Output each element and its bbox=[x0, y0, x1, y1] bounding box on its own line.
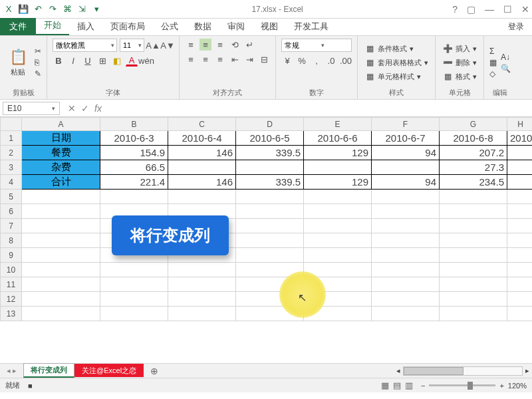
cell[interactable] bbox=[440, 263, 507, 277]
column-headers[interactable]: A B C D E F G H bbox=[1, 118, 533, 131]
save-icon[interactable]: 💾 bbox=[17, 3, 29, 15]
cell[interactable] bbox=[507, 248, 533, 263]
cell[interactable] bbox=[236, 160, 304, 175]
cell[interactable]: 杂费 bbox=[22, 160, 100, 175]
cancel-formula-icon[interactable]: ✕ bbox=[68, 103, 76, 114]
grid-row[interactable]: 4合计221.4146339.512994234.5 bbox=[1, 175, 533, 190]
cell[interactable] bbox=[440, 190, 507, 204]
cell[interactable]: 339.5 bbox=[236, 146, 304, 160]
format-painter-icon[interactable]: ✎ bbox=[35, 69, 41, 78]
cell[interactable] bbox=[22, 204, 100, 219]
cell[interactable] bbox=[168, 263, 236, 277]
cell[interactable] bbox=[304, 219, 372, 233]
cell[interactable] bbox=[22, 248, 100, 263]
wrap-text-icon[interactable]: ↵ bbox=[243, 39, 255, 51]
cell[interactable] bbox=[372, 204, 440, 219]
name-box[interactable]: E10 ▾ bbox=[3, 102, 60, 115]
italic-button[interactable]: I bbox=[67, 55, 79, 66]
zoom-level[interactable]: 120% bbox=[508, 382, 527, 390]
decrease-decimal-icon[interactable]: .00 bbox=[340, 55, 352, 66]
chevron-down-icon[interactable]: ▾ bbox=[52, 105, 55, 112]
cell[interactable] bbox=[168, 160, 236, 175]
font-color-icon[interactable]: A bbox=[126, 55, 138, 66]
align-left-icon[interactable]: ≡ bbox=[185, 53, 197, 65]
row-head[interactable]: 10 bbox=[1, 263, 22, 277]
cell[interactable] bbox=[507, 175, 533, 190]
fill-icon[interactable]: ▦ bbox=[489, 58, 497, 67]
cell[interactable]: 146 bbox=[168, 175, 236, 190]
file-tab[interactable]: 文件 bbox=[0, 18, 36, 35]
spreadsheet-grid[interactable]: A B C D E F G H 1日期2010-6-32010-6-42010-… bbox=[0, 117, 532, 321]
grid-row[interactable]: 2餐费154.9146339.512994207.2 bbox=[1, 146, 533, 160]
cell-styles-button[interactable]: ▦单元格样式 ▾ bbox=[363, 70, 430, 82]
cell[interactable] bbox=[100, 277, 168, 292]
tab-developer[interactable]: 开发工具 bbox=[286, 18, 336, 35]
cell[interactable]: 94 bbox=[372, 175, 440, 190]
increase-indent-icon[interactable]: ⇥ bbox=[243, 53, 255, 65]
cell[interactable] bbox=[440, 219, 507, 233]
grid-row[interactable]: 12 bbox=[1, 292, 533, 307]
ribbon-toggle-icon[interactable]: ▢ bbox=[467, 4, 475, 15]
cell[interactable]: 94 bbox=[372, 146, 440, 160]
normal-view-icon[interactable]: ▦ bbox=[381, 380, 389, 390]
cell[interactable]: 2010-6-4 bbox=[168, 131, 236, 146]
cell[interactable] bbox=[507, 146, 533, 160]
tab-insert[interactable]: 插入 bbox=[69, 18, 102, 35]
cell[interactable] bbox=[304, 204, 372, 219]
align-right-icon[interactable]: ≡ bbox=[214, 53, 226, 65]
cell[interactable] bbox=[22, 219, 100, 233]
grid-row[interactable]: 10 bbox=[1, 263, 533, 277]
cell[interactable]: 2010-6-5 bbox=[236, 131, 304, 146]
col-head-D[interactable]: D bbox=[236, 118, 304, 131]
cell[interactable] bbox=[100, 263, 168, 277]
scroll-right-icon[interactable]: ▸ bbox=[525, 366, 529, 375]
sheet-tab-1[interactable]: 将行变成列 bbox=[23, 363, 74, 378]
paste-button[interactable]: 📋 粘贴 bbox=[5, 39, 31, 86]
comma-icon[interactable]: , bbox=[311, 55, 323, 66]
cell[interactable]: 146 bbox=[168, 146, 236, 160]
font-name-input[interactable] bbox=[53, 41, 109, 49]
grid-row[interactable]: 6 bbox=[1, 204, 533, 219]
cell[interactable] bbox=[507, 263, 533, 277]
page-layout-view-icon[interactable]: ▤ bbox=[393, 380, 401, 390]
grid-row[interactable]: 13 bbox=[1, 307, 533, 321]
decrease-indent-icon[interactable]: ⇤ bbox=[229, 53, 241, 65]
row-head[interactable]: 13 bbox=[1, 307, 22, 321]
cell[interactable]: 221.4 bbox=[100, 175, 168, 190]
row-head[interactable]: 11 bbox=[1, 277, 22, 292]
cell[interactable]: 339.5 bbox=[236, 175, 304, 190]
row-head[interactable]: 2 bbox=[1, 146, 22, 160]
row-head[interactable]: 3 bbox=[1, 160, 22, 175]
cell[interactable]: 207.2 bbox=[440, 146, 507, 160]
formula-input[interactable] bbox=[107, 102, 532, 115]
cell[interactable] bbox=[372, 292, 440, 307]
cell[interactable] bbox=[236, 233, 304, 248]
cell[interactable]: 2010-6-6 bbox=[304, 131, 372, 146]
cell[interactable] bbox=[168, 292, 236, 307]
grid-row[interactable]: 11 bbox=[1, 277, 533, 292]
cell[interactable] bbox=[100, 190, 168, 204]
chevron-down-icon[interactable]: ▾ bbox=[109, 42, 116, 49]
qat-extra2-icon[interactable]: ⇲ bbox=[76, 3, 88, 15]
number-format-combo[interactable]: ▾ bbox=[281, 39, 352, 52]
col-head-F[interactable]: F bbox=[372, 118, 440, 131]
currency-icon[interactable]: ¥ bbox=[281, 55, 293, 66]
zoom-out-button[interactable]: − bbox=[421, 382, 425, 390]
tab-view[interactable]: 视图 bbox=[253, 18, 286, 35]
delete-cells-button[interactable]: ➖删除 ▾ bbox=[441, 57, 478, 68]
underline-button[interactable]: U bbox=[82, 55, 94, 66]
row-head[interactable]: 5 bbox=[1, 190, 22, 204]
cell[interactable]: 27.3 bbox=[440, 160, 507, 175]
percent-icon[interactable]: % bbox=[296, 55, 308, 66]
cell[interactable] bbox=[372, 263, 440, 277]
col-head-C[interactable]: C bbox=[168, 118, 236, 131]
cell[interactable] bbox=[372, 233, 440, 248]
sort-filter-icon[interactable]: A↓ bbox=[501, 53, 511, 62]
cell[interactable] bbox=[100, 292, 168, 307]
cell[interactable] bbox=[236, 190, 304, 204]
help-icon[interactable]: ? bbox=[452, 4, 458, 15]
cell[interactable] bbox=[100, 307, 168, 321]
tab-data[interactable]: 数据 bbox=[186, 18, 219, 35]
cell[interactable] bbox=[372, 248, 440, 263]
cell[interactable] bbox=[372, 307, 440, 321]
